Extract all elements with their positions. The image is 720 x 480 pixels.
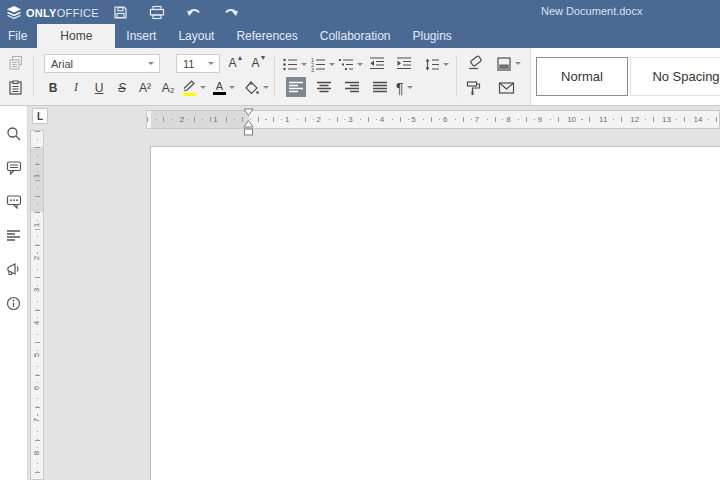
increase-indent-button[interactable] — [394, 53, 414, 73]
tab-references[interactable]: References — [225, 24, 308, 48]
mail-merge-button[interactable] — [496, 78, 516, 98]
superscript-button[interactable]: A² — [134, 77, 156, 98]
styles-gallery: Normal No Spacing — [530, 48, 720, 105]
bullet-list-icon — [282, 57, 298, 72]
ruler-number: 4 — [32, 318, 42, 326]
save-button[interactable] — [108, 3, 132, 21]
envelope-icon — [498, 81, 515, 95]
ruler-number: 13 — [660, 115, 673, 125]
tab-layout[interactable]: Layout — [167, 24, 225, 48]
tab-home[interactable]: Home — [37, 24, 115, 48]
style-no-spacing[interactable]: No Spacing — [630, 57, 720, 96]
multilevel-list-button[interactable] — [338, 54, 363, 75]
paste-button[interactable] — [6, 78, 26, 98]
horizontal-ruler[interactable]: 211234567891011121314 — [146, 110, 720, 129]
ruler-number: 1 — [211, 115, 219, 125]
ruler-number: 9 — [536, 115, 544, 125]
strikeout-button[interactable]: S — [111, 77, 133, 98]
comments-button[interactable] — [6, 159, 22, 175]
redo-button[interactable] — [219, 3, 243, 21]
increase-font-size-button[interactable]: A▲ — [225, 53, 247, 74]
ruler-number: 3 — [32, 286, 42, 294]
tab-stop-selector[interactable]: L — [32, 108, 48, 124]
toolbar-separator — [456, 55, 457, 97]
comments-icon — [6, 160, 22, 175]
redo-icon — [223, 6, 239, 19]
tab-collaboration[interactable]: Collaboration — [309, 24, 402, 48]
chevron-down-icon — [357, 63, 363, 66]
font-size-combo[interactable]: 11 — [176, 54, 220, 73]
tab-file[interactable]: File — [0, 24, 37, 48]
copy-icon — [8, 55, 24, 71]
chat-icon — [6, 194, 22, 209]
ruler-half-ticks — [35, 131, 40, 479]
bold-button[interactable]: B — [42, 77, 64, 98]
bullet-list-button[interactable] — [282, 54, 307, 75]
italic-button[interactable]: I — [65, 77, 87, 98]
undo-icon — [186, 6, 202, 19]
paint-bucket-icon — [244, 80, 260, 96]
paragraph-shading-button[interactable] — [496, 53, 521, 74]
print-button[interactable] — [145, 3, 169, 21]
font-color-letter: A — [216, 81, 223, 91]
justify-button[interactable] — [370, 77, 390, 97]
feedback-button[interactable] — [6, 261, 22, 277]
shading-color-button[interactable] — [244, 77, 269, 98]
subscript-button[interactable]: A₂ — [157, 77, 179, 98]
ruler-number: 1 — [32, 172, 42, 180]
highlight-color-button[interactable] — [182, 77, 206, 98]
document-title: New Document.docx — [541, 5, 643, 17]
navigation-button[interactable] — [6, 227, 22, 243]
document-area: L 211234567891011121314 112345678 — [28, 106, 720, 480]
navigation-icon — [6, 229, 21, 242]
increase-font-label: A — [229, 59, 237, 68]
vertical-ruler[interactable]: 112345678 — [30, 130, 44, 480]
save-icon — [113, 5, 128, 20]
toolbar-separator — [274, 55, 275, 97]
search-button[interactable] — [6, 125, 22, 141]
top-bar: ONLYOFFICE — [0, 0, 720, 24]
brand-light: OFFICE — [57, 7, 99, 19]
chevron-down-icon — [148, 62, 154, 65]
undo-button[interactable] — [182, 3, 206, 21]
tab-plugins[interactable]: Plugins — [402, 24, 463, 48]
ruler-number: 11 — [597, 115, 609, 125]
show-paragraph-marks-button[interactable]: ¶ — [396, 77, 413, 98]
copy-button[interactable] — [6, 53, 26, 73]
ruler-number: 6 — [32, 383, 42, 391]
ruler-number: 14 — [692, 115, 705, 125]
decrease-indent-button[interactable] — [367, 53, 387, 73]
numbered-list-button[interactable]: 123 — [310, 54, 335, 75]
menu-bar: File Home Insert Layout References Colla… — [0, 24, 720, 48]
about-icon — [6, 296, 21, 311]
eraser-icon — [466, 55, 483, 71]
chevron-down-icon — [407, 86, 413, 89]
indent-marker[interactable] — [242, 107, 255, 137]
underline-button[interactable]: U — [88, 77, 110, 98]
font-family-value: Arial — [45, 58, 148, 70]
font-family-combo[interactable]: Arial — [44, 54, 160, 73]
tab-insert[interactable]: Insert — [115, 24, 167, 48]
align-center-button[interactable] — [314, 77, 334, 97]
feedback-icon — [6, 262, 22, 277]
line-spacing-button[interactable] — [424, 54, 449, 75]
svg-text:3: 3 — [311, 67, 314, 72]
align-right-icon — [344, 80, 360, 95]
document-page[interactable] — [150, 146, 720, 480]
paragraph-mark-glyph: ¶ — [396, 80, 404, 96]
chevron-down-icon — [263, 86, 269, 89]
copy-style-button[interactable] — [464, 78, 484, 98]
align-right-button[interactable] — [342, 77, 362, 97]
style-normal[interactable]: Normal — [536, 57, 628, 96]
clear-style-button[interactable] — [464, 53, 484, 73]
ruler-number: 1 — [283, 115, 291, 125]
shading-box-icon — [496, 56, 512, 72]
print-icon — [149, 5, 165, 20]
ruler-number: 7 — [473, 115, 481, 125]
decrease-font-size-button[interactable]: A▼ — [248, 53, 270, 74]
about-button[interactable] — [6, 295, 22, 311]
align-left-button[interactable] — [286, 77, 306, 97]
font-color-button[interactable]: A — [213, 77, 235, 98]
paint-roller-icon — [466, 80, 482, 96]
chat-button[interactable] — [6, 193, 22, 209]
